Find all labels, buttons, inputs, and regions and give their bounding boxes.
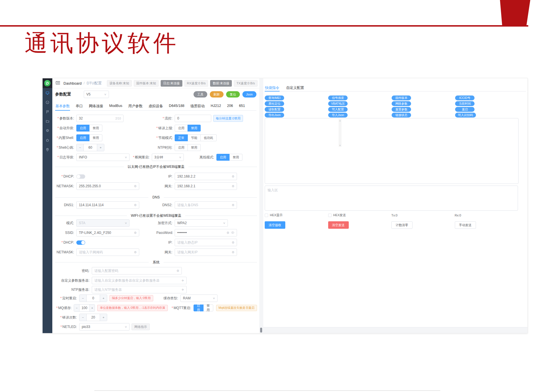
wifi-netmask-input[interactable]: ⚙ <box>76 248 139 256</box>
action-button[interactable]: 清空接收 <box>265 221 285 229</box>
action-button[interactable]: 手动发送 <box>455 221 476 229</box>
minus-button[interactable]: − <box>79 314 87 321</box>
toolbar-button[interactable]: 工具 <box>194 91 207 97</box>
config-tab[interactable]: 基本参数 <box>55 102 70 110</box>
wifi-dhcp-toggle[interactable] <box>76 240 85 245</box>
command-tab[interactable]: 自定义配置 <box>286 83 304 91</box>
send-icon[interactable]: ✈ <box>182 288 184 291</box>
eth-ip-input[interactable]: ⚙ <box>175 173 237 180</box>
sidebar-item-settings[interactable]: ⚙ <box>43 126 52 135</box>
quick-command-button[interactable]: 信号强度 <box>328 95 348 100</box>
ntp-server-input[interactable]: ✈ <box>92 286 187 293</box>
gear-icon[interactable]: ⚙ <box>232 241 234 244</box>
quick-command-button[interactable]: 重启 <box>455 107 475 112</box>
send-input[interactable] <box>265 186 518 211</box>
quick-command-button[interactable]: ICCID号 <box>455 95 475 100</box>
breadcrumb-root[interactable]: Dashboard <box>63 81 82 85</box>
quick-command-button[interactable]: 网络参数 <box>392 101 411 106</box>
action-button[interactable]: 清空发送 <box>328 221 349 229</box>
quick-command-button[interactable]: 导出Json <box>265 113 284 118</box>
quick-command-button[interactable]: 固件版本 <box>392 95 411 100</box>
wifi-gateway-input[interactable]: ⚙ <box>175 248 237 256</box>
config-tab[interactable]: 场景联动 <box>190 102 205 110</box>
plus-button[interactable]: + <box>100 295 107 302</box>
scroll-up-icon[interactable]: ▲ <box>339 120 341 122</box>
gear-icon[interactable]: ⚙ <box>232 251 234 254</box>
quick-command-button[interactable]: 重置参数 <box>392 107 411 112</box>
plus-button[interactable]: + <box>89 305 95 311</box>
dns1-input[interactable]: ⚙ <box>76 201 139 209</box>
dns2-input[interactable]: ⚙ <box>175 201 237 209</box>
config-tab[interactable]: 651 <box>239 102 245 110</box>
quick-command-button[interactable]: VBAT电压 <box>328 101 348 106</box>
action-button[interactable]: 计数清零 <box>391 221 412 229</box>
config-tab[interactable]: D645/188 <box>169 102 185 110</box>
eth-dhcp-toggle[interactable] <box>76 174 85 179</box>
gear-icon[interactable]: ⚙ <box>176 269 179 272</box>
toolbar-button[interactable]: 刷新 <box>210 91 224 97</box>
gear-icon[interactable]: ⚙ <box>232 185 234 188</box>
plus-button[interactable]: + <box>100 314 107 321</box>
quick-command-button[interactable]: 链接状态 <box>392 113 411 118</box>
minus-button[interactable]: − <box>79 295 87 302</box>
gear-icon[interactable]: ⚙ <box>134 185 137 188</box>
scroll-down-icon[interactable]: ▼ <box>339 144 341 146</box>
sidebar-item-info[interactable] <box>43 97 52 107</box>
gear-icon[interactable]: ⚙ <box>226 231 229 234</box>
quick-command-button[interactable]: 当前时间 <box>455 101 475 106</box>
config-tab[interactable]: 串口 <box>75 102 83 110</box>
cache-type-select[interactable]: RAM∨ <box>180 295 218 302</box>
eye-icon[interactable] <box>231 231 234 234</box>
quick-command-button[interactable]: 写入识别码 <box>455 113 476 118</box>
plus-button[interactable]: + <box>97 144 104 151</box>
toolbar-button[interactable]: 复位 <box>226 91 240 97</box>
custom-param-server-input[interactable]: ✈ <box>92 277 187 284</box>
hex-view-checkbox[interactable] <box>265 214 268 217</box>
hex-send-checkbox[interactable] <box>328 214 332 217</box>
param-version-input[interactable]: 2/10 <box>76 115 123 122</box>
config-tab[interactable]: ModBus <box>109 102 123 110</box>
gear-icon[interactable]: ⚙ <box>134 231 137 234</box>
pane-scrollbar-thumb[interactable] <box>260 328 262 333</box>
pane-scrollbar-track[interactable] <box>259 78 263 333</box>
config-password-input[interactable]: ⚙ <box>92 267 182 274</box>
config-tab[interactable]: 用户参数 <box>128 102 143 110</box>
quick-command-button[interactable]: 查询IMEI <box>265 95 284 100</box>
quick-command-button[interactable]: 基站定位 <box>265 101 284 106</box>
sidebar-item-home[interactable] <box>43 135 52 145</box>
sidebar-item-folder[interactable] <box>43 116 52 126</box>
config-tab[interactable]: 206 <box>227 102 233 110</box>
wifi-password-input[interactable]: ⚙ <box>175 229 237 236</box>
gear-icon[interactable]: ⚙ <box>134 251 137 254</box>
eth-netmask-input[interactable]: ⚙ <box>76 182 139 190</box>
quick-command-button[interactable]: 导入Json <box>328 113 348 118</box>
quick-command-button[interactable]: 写入配置 <box>328 107 348 112</box>
sidebar-item-flag[interactable] <box>43 107 52 116</box>
wifi-encryption-select[interactable]: WPA2∨ <box>175 219 228 227</box>
gear-icon[interactable]: ⚙ <box>232 204 234 207</box>
wifi-mode-select[interactable]: STA∨ <box>76 219 129 227</box>
output-scrollbar[interactable]: ▲ ▼ <box>339 119 341 147</box>
send-icon[interactable]: ✈ <box>182 279 184 282</box>
minus-button[interactable]: − <box>74 305 79 311</box>
flow-limit-button[interactable]: 每分钟流量:0禁用 <box>213 115 243 122</box>
hamburger-icon[interactable] <box>56 81 60 85</box>
net-reboot-select[interactable]: 3分钟∨ <box>152 154 184 161</box>
config-tab[interactable]: 虚拟设备 <box>148 102 163 110</box>
version-select[interactable]: V5 ∨ <box>84 91 109 98</box>
net-indicator-tag[interactable]: 网络指示 <box>131 323 150 330</box>
gear-icon[interactable]: ⚙ <box>232 175 234 178</box>
ssid-input[interactable]: ⚙ <box>76 229 139 236</box>
wifi-ip-input[interactable]: ⚙ <box>175 239 237 246</box>
sidebar-item-location[interactable] <box>43 145 52 154</box>
toolbar-button[interactable]: Json <box>242 91 256 97</box>
netled-select[interactable]: pio33∨ <box>79 323 129 331</box>
flow-control-input[interactable] <box>175 115 211 122</box>
gear-icon[interactable]: ⚙ <box>134 204 137 207</box>
sidebar-item-monitor[interactable] <box>43 88 52 97</box>
config-tab[interactable]: 网络连接 <box>89 102 103 110</box>
log-level-select[interactable]: INFO∨ <box>76 154 129 161</box>
eth-gateway-input[interactable]: ⚙ <box>175 182 237 190</box>
minus-button[interactable]: − <box>77 144 84 151</box>
quick-command-button[interactable]: 读取配置 <box>265 107 284 112</box>
